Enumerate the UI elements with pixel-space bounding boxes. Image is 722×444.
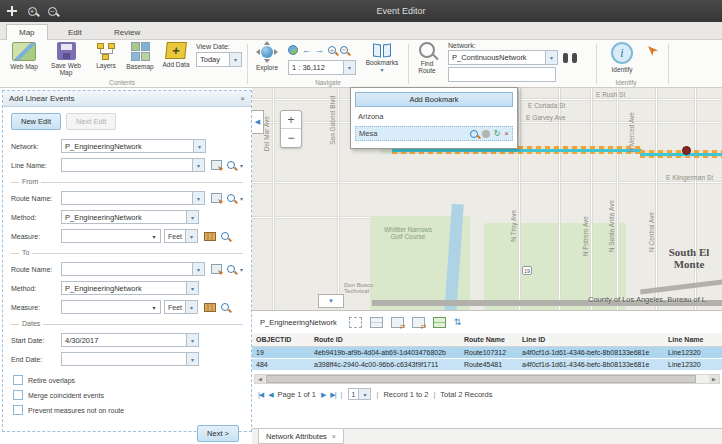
caret-icon[interactable]: ▾ <box>192 192 204 204</box>
route-search-input[interactable] <box>448 67 556 82</box>
basemap-button[interactable]: Basemap <box>122 42 158 70</box>
to-method-field[interactable]: P_EngineeringNetwork ▾ <box>61 281 199 295</box>
save-web-map-button[interactable]: Save Web Map <box>48 42 84 77</box>
caret-icon[interactable]: ▾ <box>185 230 197 242</box>
sort-icon[interactable]: ⇅ <box>454 318 462 327</box>
network-field[interactable]: P_EngineeringNetwork ▾ <box>61 139 206 153</box>
caret-icon[interactable]: ▾ <box>193 140 205 152</box>
zoom-out-icon[interactable]: − <box>44 3 60 19</box>
to-measure-field[interactable]: ▾ <box>61 300 161 314</box>
zoom-out-map-icon[interactable]: − <box>340 46 348 54</box>
caret-icon[interactable]: ▾ <box>343 61 355 74</box>
zoom-route-icon[interactable] <box>227 265 235 273</box>
next-button[interactable]: Next > <box>197 425 239 442</box>
zoom-in-icon[interactable]: + <box>24 3 40 19</box>
identify-button[interactable]: i Identify <box>604 42 640 73</box>
ruler-icon[interactable] <box>204 232 216 241</box>
bookmarks-button[interactable]: Bookmarks ▾ <box>362 42 402 73</box>
tab-network-attributes[interactable]: Network Attributes × <box>258 429 344 444</box>
collapse-table-button[interactable]: ▼ <box>318 294 344 308</box>
retire-overlaps-checkbox[interactable] <box>13 375 23 385</box>
caret-icon[interactable]: ▾ <box>148 230 160 242</box>
caret-icon[interactable]: ▾ <box>192 263 204 275</box>
caret-icon[interactable]: ▾ <box>186 334 198 346</box>
select-route-icon[interactable] <box>211 193 222 203</box>
pushpin-icon[interactable] <box>648 46 658 56</box>
tab-review[interactable]: Review <box>102 24 152 40</box>
swap-arrows-icon[interactable]: ⇄ <box>412 317 425 328</box>
ruler-icon[interactable] <box>204 303 216 312</box>
swap-arrows-icon[interactable]: ⇄ <box>391 317 404 328</box>
from-measure-field[interactable]: ▾ <box>61 229 161 243</box>
map-zoom-out-button[interactable]: − <box>281 129 301 147</box>
zoom-measure-icon[interactable] <box>221 303 229 311</box>
table-row[interactable]: 19 4eb9419b-af9b-4d04-ab69-1d403476802b … <box>252 346 722 358</box>
zoom-measure-icon[interactable] <box>221 232 229 240</box>
caret-icon[interactable]: ▾ <box>229 53 241 66</box>
bookmark-item-arizona[interactable]: Arizona <box>355 110 513 123</box>
from-method-field[interactable]: P_EngineeringNetwork ▾ <box>61 210 199 224</box>
green-grid-icon[interactable] <box>433 317 446 328</box>
forward-extent-icon[interactable]: → <box>315 46 324 55</box>
select-line-icon[interactable] <box>211 160 222 170</box>
page-size-select[interactable]: 1 ▾ <box>348 388 372 400</box>
close-icon[interactable]: × <box>240 94 245 103</box>
layers-button[interactable]: Layers <box>88 42 124 69</box>
map-zoom-in-button[interactable]: + <box>281 111 301 129</box>
back-extent-icon[interactable]: ← <box>302 46 311 55</box>
prev-page-icon[interactable]: ◀ <box>268 391 272 398</box>
col-route-name[interactable]: Route Name <box>460 333 518 346</box>
last-page-icon[interactable]: ▶| <box>330 391 335 398</box>
caret-icon[interactable]: ▾ <box>186 282 198 294</box>
caret-icon[interactable]: ▾ <box>358 389 370 399</box>
caret-icon[interactable]: ▾ <box>240 266 243 273</box>
to-route-name-field[interactable]: ▾ <box>61 262 205 276</box>
zoom-in-map-icon[interactable]: + <box>328 46 336 54</box>
caret-icon[interactable]: ▾ <box>186 211 198 223</box>
caret-icon[interactable]: ▾ <box>148 301 160 313</box>
col-line-name[interactable]: Line Name <box>664 333 722 346</box>
dashed-select-icon[interactable] <box>349 317 362 328</box>
scale-select[interactable]: 1 : 36,112 ▾ <box>288 60 356 75</box>
caret-icon[interactable]: ▾ <box>186 353 198 365</box>
scroll-left-icon[interactable]: ◀ <box>255 375 265 383</box>
new-edit-button[interactable]: New Edit <box>11 113 61 130</box>
col-line-id[interactable]: Line ID <box>518 333 664 346</box>
bookmark-refresh-icon[interactable]: ↻ <box>494 130 501 138</box>
start-date-field[interactable]: 4/30/2017 ▾ <box>61 333 199 347</box>
add-data-button[interactable]: Add Data <box>158 42 194 68</box>
zoom-route-icon[interactable] <box>227 194 235 202</box>
from-route-name-field[interactable]: ▾ <box>61 191 205 205</box>
network-select[interactable]: P_ContinuousNetwork ▾ <box>448 50 558 65</box>
table-row[interactable]: 484 a398ff4c-2940-4c00-96b6-c6343f9f1711… <box>252 358 722 370</box>
bookmark-pan-icon[interactable] <box>482 130 490 138</box>
zoom-line-icon[interactable] <box>227 161 235 169</box>
caret-icon[interactable]: ▾ <box>545 51 557 64</box>
next-edit-button[interactable]: Next Edit <box>66 113 116 130</box>
from-unit-select[interactable]: Feet ▾ <box>164 229 198 243</box>
caret-icon[interactable]: ▾ <box>192 159 204 171</box>
bookmark-delete-icon[interactable]: × <box>504 130 509 138</box>
prevent-measures-checkbox[interactable] <box>13 405 23 415</box>
caret-icon[interactable]: ▾ <box>240 162 243 169</box>
find-route-button[interactable]: Find Route <box>412 42 442 75</box>
caret-icon[interactable]: ▾ <box>185 301 197 313</box>
select-route-icon[interactable] <box>211 264 222 274</box>
view-date-select[interactable]: Today ▾ <box>196 52 242 67</box>
to-unit-select[interactable]: Feet ▾ <box>164 300 198 314</box>
end-date-field[interactable]: ▾ <box>61 352 199 366</box>
caret-icon[interactable]: ▾ <box>240 195 243 202</box>
first-page-icon[interactable]: |◀ <box>258 391 263 398</box>
web-map-button[interactable]: Web Map <box>6 42 42 70</box>
bookmark-zoom-icon[interactable] <box>470 130 478 138</box>
add-bookmark-button[interactable]: Add Bookmark <box>355 92 513 107</box>
grid-icon[interactable] <box>370 317 383 328</box>
merge-coincident-checkbox[interactable] <box>13 390 23 400</box>
scroll-right-icon[interactable]: ▶ <box>709 375 719 383</box>
globe-icon[interactable] <box>288 45 298 55</box>
tab-map[interactable]: Map <box>6 24 48 40</box>
horizontal-scrollbar[interactable]: ◀ ▶ <box>254 374 720 384</box>
tab-edit[interactable]: Edit <box>56 24 94 40</box>
close-icon[interactable]: × <box>332 433 336 440</box>
col-objectid[interactable]: OBJECTID <box>252 333 310 346</box>
